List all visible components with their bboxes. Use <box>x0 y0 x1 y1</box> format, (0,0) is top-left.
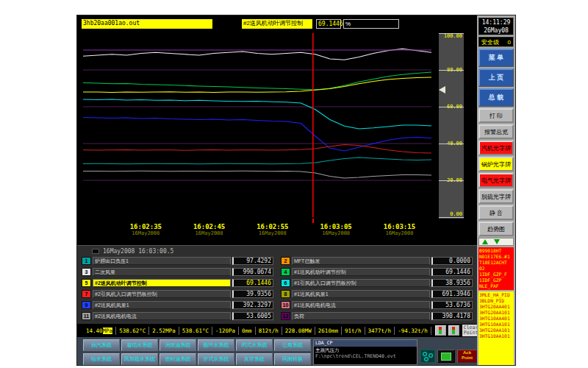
status-value: 812t/h <box>256 327 282 335</box>
alarm-scroll-bar[interactable] <box>478 238 514 246</box>
alarm-item[interactable]: 3HTG10AA101 <box>479 333 513 339</box>
led-indicator-tile[interactable] <box>448 325 459 336</box>
ack-point-button[interactable]: Ack Point <box>457 350 477 363</box>
menu-button-高加疏水系统[interactable]: 高加疏水系统 <box>121 353 158 365</box>
panel-button-电气光字牌[interactable]: 电气光字牌 <box>478 173 514 188</box>
alarm-item[interactable]: 3BLDN_PID <box>479 298 513 304</box>
legend-value: 0.0000 <box>431 257 473 265</box>
cursor-notch-icon <box>312 219 314 223</box>
status-value: 538.61°C <box>179 327 212 335</box>
alarm-item[interactable]: B99018HT <box>479 248 513 254</box>
tool-icon-cluster: Ack Point <box>420 339 477 365</box>
panel-button-汽机光字牌[interactable]: 汽机光字牌 <box>478 141 514 155</box>
link-tool-icon[interactable] <box>420 350 435 363</box>
alarm-item[interactable]: T18E12ACHT <box>479 260 513 266</box>
legend-value: 392.3297 <box>232 301 273 309</box>
scroll-down-icon[interactable] <box>494 239 500 244</box>
alarm-item[interactable]: N01E17E6.#1 <box>479 254 513 260</box>
legend-value: 97.4292 <box>232 257 273 265</box>
time-tick-date: 16May2008 <box>193 230 225 236</box>
time-tick: 16:02:3516May2008 <box>130 223 162 236</box>
legend-row[interactable]: 3二次风量990.0674 <box>82 267 273 277</box>
trend-group-name[interactable]: LDA_CP <box>314 340 417 347</box>
panel-button-锅炉光字牌[interactable]: 锅炉光字牌 <box>478 157 514 171</box>
alarm-item[interactable]: 3MLE_HA_PID <box>479 292 513 298</box>
trend-curve-#1引风机入口调节挡板控制 <box>83 99 431 129</box>
legend-value: 69.1446 <box>232 279 273 287</box>
legend-row[interactable]: 10#1送风机电机电流53.6736 <box>281 300 473 310</box>
alarm-item[interactable]: 02 <box>479 266 513 272</box>
menu-button-真空系统[interactable]: 真空系统 <box>236 353 273 365</box>
screen-select-button[interactable] <box>437 350 455 363</box>
time-tick-date: 16May2008 <box>257 230 288 236</box>
panel-button-打印[interactable]: 打 印 <box>478 108 514 123</box>
menu-button-给水系统[interactable]: 给水系统 <box>83 353 120 365</box>
scroll-up-icon[interactable] <box>482 239 488 244</box>
legend-row[interactable]: 11#2送风机电机电流53.6005 <box>82 311 273 321</box>
legend-label: #2送风机风量1 <box>93 301 231 309</box>
legend-label: #2引风机入口调节挡板控制 <box>93 290 231 298</box>
legend-row[interactable]: 2MFT已触发0.0000 <box>281 256 473 266</box>
legend-color-chip: 8 <box>281 290 290 298</box>
led-indicator-tile[interactable] <box>435 325 446 336</box>
menu-button-抽汽系统[interactable]: 抽汽系统 <box>83 339 120 351</box>
chart-row: 100.0080.0060.0040.0020.000.00 <box>77 33 477 219</box>
panel-button-脱硫光字牌[interactable]: 脱硫光字牌 <box>478 189 514 204</box>
alarm-item[interactable]: NLE_PAF <box>479 283 513 289</box>
time-tick-time: 16:02:45 <box>193 223 225 230</box>
legend-row[interactable]: 6#1引风机入口调节挡板控制38.9356 <box>281 278 473 288</box>
menu-button-润滑油系统[interactable]: 润滑油系统 <box>159 339 196 351</box>
menu-button-循环水系统[interactable]: 循环水系统 <box>198 339 234 351</box>
alarm-item[interactable]: 1IDF_GZP <box>479 277 513 283</box>
bottom-menu: 抽汽系统凝结水系统润滑油系统循环水系统闭式水系统公用系统给水系统高加疏水系统密封… <box>77 337 477 365</box>
panel-button-上页[interactable]: 上 页 <box>478 68 514 87</box>
legend-color-chip: 9 <box>82 301 91 309</box>
menu-button-开式水系统[interactable]: 开式水系统 <box>198 353 234 365</box>
legend-color-chip: 3 <box>82 268 91 276</box>
trend-file-infobox: LDA_CP 主蒸汽压力 F:\npc\trend\CEL.TREND40.ev… <box>313 339 417 365</box>
menu-button-闭式水系统[interactable]: 闭式水系统 <box>236 339 273 351</box>
indicator-tiles <box>435 325 459 336</box>
legend-row[interactable]: 4#1送风机动叶调节控制69.1446 <box>281 267 473 277</box>
led-bar-icon <box>452 327 455 334</box>
panel-button-总貌[interactable]: 总 貌 <box>478 88 514 107</box>
menu-button-公用系统[interactable]: 公用系统 <box>274 339 311 351</box>
legend-row[interactable]: 1炉膛出口负压197.4292 <box>82 256 273 266</box>
menu-button-画面转换[interactable]: 画面转换 <box>274 353 311 365</box>
trend-curve-炉膛出口负压1 <box>83 158 431 164</box>
clock-date: 26May08 <box>479 26 513 35</box>
time-tick: 16:02:4516May2008 <box>193 223 225 236</box>
status-value: 538.62°C <box>116 327 149 335</box>
menu-button-凝结水系统[interactable]: 凝结水系统 <box>121 339 158 351</box>
trend-plot[interactable] <box>83 33 431 217</box>
legend-row[interactable]: 8#1送风机风量1691.3946 <box>281 289 473 299</box>
active-alarm-list: B99018HTN01E17E6.#1T18E12ACHT021IDF_GZP_… <box>478 247 514 290</box>
menu-row: 给水系统高加疏水系统密封油系统开式水系统真空系统画面转换 <box>83 353 311 365</box>
alarm-item[interactable]: 3HTG20AA101 <box>479 328 513 333</box>
alarm-item[interactable]: 3HTG10AA401 <box>479 316 513 322</box>
status-value: 2610mm <box>315 327 342 335</box>
alarm-item[interactable]: 3HTG20AA401 <box>479 304 513 310</box>
point-title-field[interactable]: #2送风机动叶调节控制 <box>242 19 312 29</box>
alarm-item[interactable]: 3HTG20AA101 <box>479 310 513 316</box>
legend-row[interactable]: 5#2送风机动叶调节控制69.1446 <box>82 278 273 288</box>
legend-row[interactable]: 9#2送风机风量1392.3297 <box>82 300 273 310</box>
green-screen-icon <box>441 353 451 361</box>
alarm-item[interactable]: 3HTG10AA101 <box>479 322 513 328</box>
trend-header: 3hb20aa001ao.out #2送风机动叶调节控制 69.1446 % <box>77 15 477 33</box>
time-tick-date: 16May2008 <box>130 230 162 236</box>
legend-row[interactable]: 12负荷390.4178 <box>281 311 473 321</box>
trend-group-desc: 主蒸汽压力 <box>314 347 417 353</box>
legend-row[interactable]: 7#2引风机入口调节挡板控制39.9356 <box>82 289 273 299</box>
y-tick-line <box>439 70 464 71</box>
point-tag-field[interactable]: 3hb20aa001ao.out <box>82 19 212 29</box>
panel-button-静音[interactable]: 静 音 <box>478 205 514 220</box>
panel-button-报警总览[interactable]: 报警总览 <box>478 124 514 139</box>
panel-button-菜单[interactable]: 菜 单 <box>478 49 514 67</box>
menu-button-密封油系统[interactable]: 密封油系统 <box>159 353 196 365</box>
legend-value: 53.6005 <box>232 312 273 320</box>
panel-button-趋势图[interactable]: 趋势图 <box>478 222 514 236</box>
y-tick-line <box>439 217 464 218</box>
alarm-item[interactable]: 1IDF_GZP_F <box>479 272 513 277</box>
time-tick-time: 16:02:55 <box>257 223 288 230</box>
